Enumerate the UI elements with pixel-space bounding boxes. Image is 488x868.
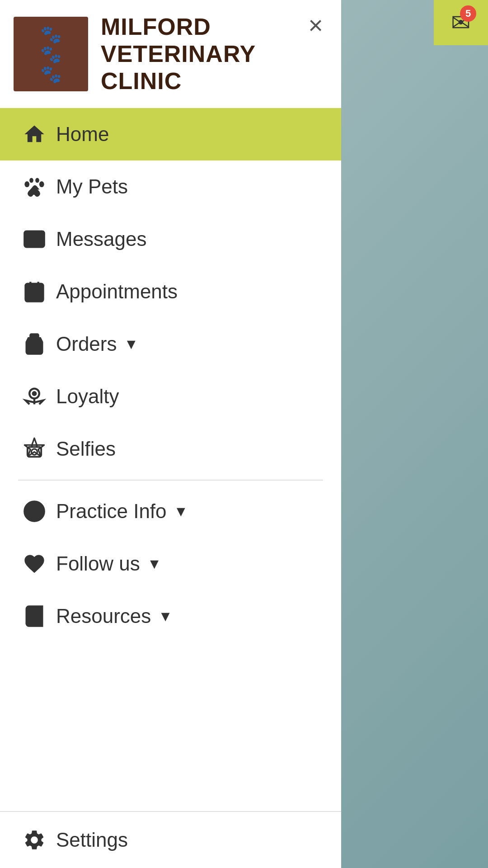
calendar-icon xyxy=(18,280,51,303)
paw-icon-2: 🐾 xyxy=(40,46,61,63)
nav-label-appointments: Appointments xyxy=(56,280,178,303)
paw-icon-3: 🐾 xyxy=(40,66,61,83)
logo-line1: MILFORD xyxy=(101,14,256,41)
nav-label-resources: Resources xyxy=(56,605,151,627)
practice-info-arrow-icon: ▼ xyxy=(174,503,188,520)
nav-item-my-pets[interactable]: My Pets xyxy=(0,160,341,213)
nav-item-home[interactable]: Home xyxy=(0,108,341,160)
paw-icon xyxy=(18,175,51,198)
notification-badge-area[interactable]: ✉ 5 xyxy=(434,0,488,45)
close-button[interactable]: × xyxy=(308,13,323,38)
svg-point-2 xyxy=(35,178,39,183)
nav-item-selfies[interactable]: Selfies xyxy=(0,423,341,475)
home-icon xyxy=(18,123,51,146)
svg-point-1 xyxy=(29,178,33,183)
nav-label-home: Home xyxy=(56,123,109,146)
svg-point-18 xyxy=(32,391,37,396)
message-badge[interactable]: ✉ 5 xyxy=(451,9,471,36)
book-icon xyxy=(18,604,51,628)
nav-item-resources[interactable]: Resources ▼ xyxy=(0,590,341,642)
loyalty-icon xyxy=(18,385,51,408)
logo-line3: CLINIC xyxy=(101,68,256,95)
orders-arrow-icon: ▼ xyxy=(124,336,138,353)
nav-label-loyalty: Loyalty xyxy=(56,385,119,408)
nav-item-messages[interactable]: Messages xyxy=(0,213,341,265)
nav-label-practice-info: Practice Info xyxy=(56,500,167,523)
follow-us-arrow-icon: ▼ xyxy=(147,556,162,572)
nav-item-settings[interactable]: Settings xyxy=(0,811,341,868)
svg-point-3 xyxy=(39,181,44,187)
message-count: 5 xyxy=(460,5,476,22)
nav-item-appointments[interactable]: Appointments xyxy=(0,265,341,318)
nav-item-follow-us[interactable]: Follow us ▼ xyxy=(0,538,341,590)
bottle-icon xyxy=(18,332,51,356)
nav-label-selfies: Selfies xyxy=(56,438,116,460)
nav-item-orders[interactable]: Orders ▼ xyxy=(0,318,341,370)
nav-label-follow-us: Follow us xyxy=(56,552,140,575)
paw-prints-decoration: 🐾 🐾 🐾 xyxy=(40,26,61,83)
heart-icon xyxy=(18,552,51,576)
nav-label-orders: Orders xyxy=(56,333,117,355)
nav-menu: Home My Pets Me xyxy=(0,108,341,811)
nav-label-settings: Settings xyxy=(56,829,128,851)
nav-divider xyxy=(18,480,323,481)
logo-line2: VETERINARY xyxy=(101,41,256,68)
resources-arrow-icon: ▼ xyxy=(158,608,173,625)
paw-icon-1: 🐾 xyxy=(40,26,61,43)
nav-item-loyalty[interactable]: Loyalty xyxy=(0,370,341,423)
nav-label-messages: Messages xyxy=(56,228,147,250)
svg-point-0 xyxy=(24,181,29,187)
logo-text: MILFORD VETERINARY CLINIC xyxy=(101,14,256,94)
logo-image: 🐾 🐾 🐾 xyxy=(14,17,88,91)
info-icon xyxy=(18,500,51,523)
mail-icon xyxy=(18,227,51,251)
navigation-drawer: × 🐾 🐾 🐾 MILFORD VETERINARY CLINIC Home xyxy=(0,0,341,868)
gear-icon xyxy=(18,828,51,852)
nav-label-my-pets: My Pets xyxy=(56,175,128,198)
selfie-icon xyxy=(18,437,51,461)
nav-item-practice-info[interactable]: Practice Info ▼ xyxy=(0,485,341,538)
logo-area: 🐾 🐾 🐾 MILFORD VETERINARY CLINIC xyxy=(0,0,341,108)
